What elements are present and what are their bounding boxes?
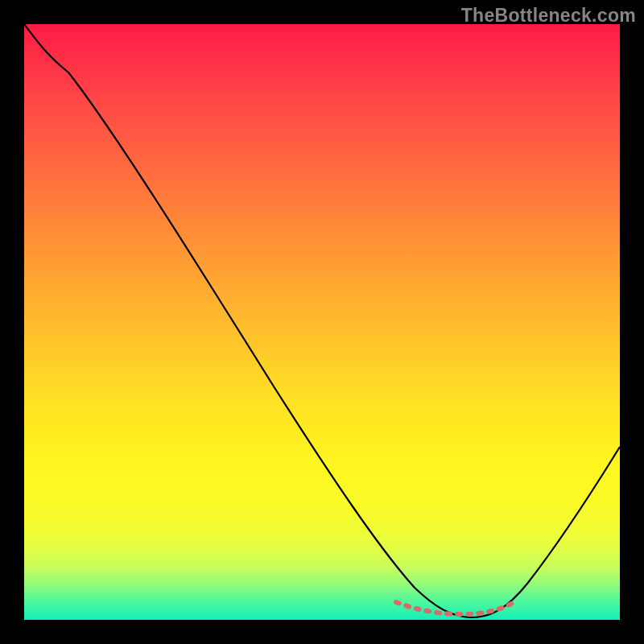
watermark-text: TheBottleneck.com: [461, 5, 636, 27]
plot-area: [24, 24, 620, 620]
optimal-range-marker: [396, 601, 517, 614]
curve-layer: [24, 24, 620, 620]
chart-frame: TheBottleneck.com: [0, 0, 644, 644]
bottleneck-curve: [24, 24, 620, 617]
